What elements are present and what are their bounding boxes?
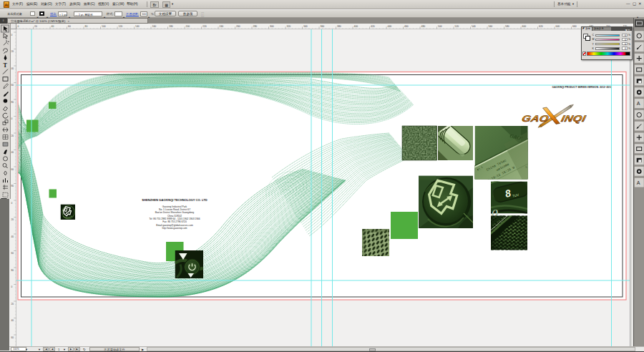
svg-text:420: 420 (371, 25, 375, 28)
svg-text:GAO: GAO (521, 113, 550, 123)
svg-text:Tel: 86 755 2981 9999 64 - 120: Tel: 86 755 2981 9999 64 - 1205 1902 190… (149, 217, 200, 220)
svg-text:360: 360 (321, 25, 325, 28)
svg-text:80: 80 (11, 101, 14, 104)
svg-text:200: 200 (186, 25, 190, 28)
svg-text:180: 180 (169, 25, 173, 28)
svg-text:60: 60 (11, 252, 14, 255)
svg-text:280: 280 (253, 25, 258, 28)
svg-text:300: 300 (270, 25, 274, 28)
svg-text:540: 540 (472, 25, 476, 28)
svg-text:40: 40 (11, 67, 14, 70)
svg-text:http://www.gaoxinqi.com: http://www.gaoxinqi.com (162, 227, 187, 230)
svg-text:40: 40 (11, 235, 14, 238)
svg-text:480: 480 (421, 25, 426, 28)
svg-text:Bao'an District Shenzhen Guang: Bao'an District Shenzhen Guangdong (155, 211, 194, 214)
svg-text:60: 60 (68, 25, 71, 28)
svg-text:20: 20 (11, 135, 14, 137)
svg-text:SHENZHEN GAOXINQI TECHNOLOGY C: SHENZHEN GAOXINQI TECHNOLOGY CO. LTD (142, 198, 207, 202)
svg-text:260: 260 (236, 25, 240, 28)
svg-text:640: 640 (556, 25, 560, 28)
svg-text:440: 440 (388, 25, 392, 28)
svg-text:240: 240 (220, 25, 224, 28)
svg-text:120: 120 (119, 25, 123, 28)
svg-text:80: 80 (11, 185, 14, 187)
svg-text:T: T (4, 62, 8, 69)
svg-text:80: 80 (85, 25, 88, 28)
svg-text:160: 160 (152, 25, 157, 28)
svg-text:40: 40 (11, 319, 14, 322)
svg-text:GAOXINQI PRODUCT SERIES VERSIO: GAOXINQI PRODUCT SERIES VERSION: 2012~20… (552, 86, 612, 89)
svg-text:20: 20 (11, 303, 14, 305)
svg-text:560: 560 (489, 25, 493, 28)
svg-text:60: 60 (11, 84, 14, 87)
svg-text:0: 0 (18, 25, 19, 28)
svg-text:340: 340 (303, 25, 308, 28)
svg-text:Gaoxinqi Industrial Park: Gaoxinqi Industrial Park (162, 205, 187, 208)
svg-text:Email:gaoxinqi@globalsources.c: Email:gaoxinqi@globalsources.com (156, 224, 193, 227)
svg-text:80: 80 (11, 269, 14, 272)
svg-text:0: 0 (11, 117, 13, 120)
svg-text:520: 520 (455, 25, 459, 28)
svg-text:600: 600 (522, 25, 527, 28)
svg-text:100: 100 (102, 25, 106, 28)
svg-text:60: 60 (11, 336, 14, 339)
svg-text:A: A (636, 101, 640, 106)
svg-text:460: 460 (404, 25, 409, 28)
svg-text:380: 380 (337, 25, 341, 28)
svg-text:620: 620 (539, 25, 543, 28)
svg-text:INQI: INQI (560, 113, 587, 123)
svg-text:660: 660 (572, 25, 577, 28)
svg-text:40: 40 (52, 25, 54, 28)
svg-text:220: 220 (203, 25, 207, 28)
svg-text:20: 20 (11, 50, 14, 53)
svg-text:60: 60 (11, 168, 14, 171)
svg-text:A: A (636, 180, 640, 185)
svg-text:20: 20 (34, 25, 37, 28)
svg-text:40: 40 (11, 151, 14, 154)
svg-text:0: 0 (11, 34, 13, 36)
svg-text:500: 500 (438, 25, 442, 28)
svg-text:0: 0 (11, 285, 13, 288)
svg-text:20: 20 (11, 218, 14, 221)
svg-text:140: 140 (135, 25, 140, 28)
svg-text:320: 320 (287, 25, 291, 28)
svg-text:0: 0 (11, 202, 13, 205)
svg-text:580: 580 (505, 25, 509, 28)
svg-text:400: 400 (354, 25, 358, 28)
